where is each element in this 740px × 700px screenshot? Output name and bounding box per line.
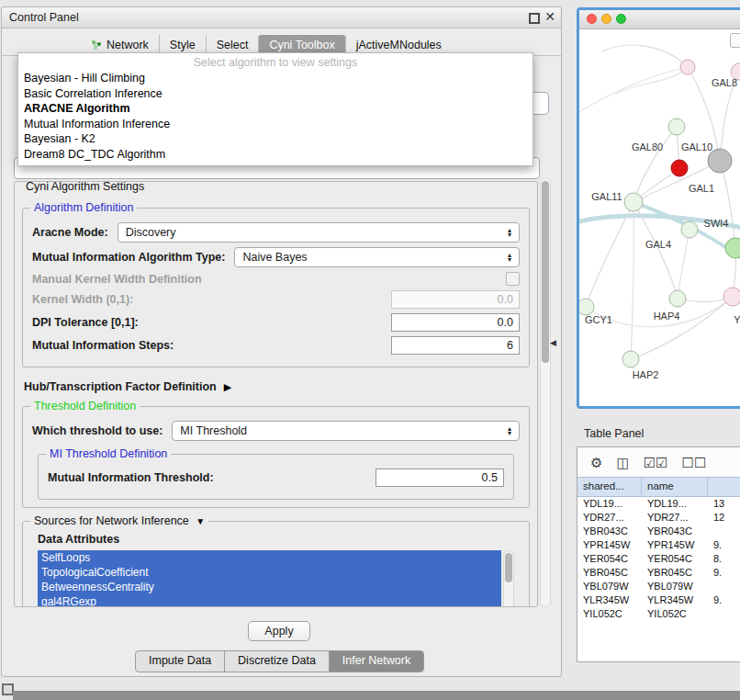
table-header-cell[interactable]: name: [642, 478, 708, 496]
select-all-checks-icon[interactable]: ☑☑: [644, 456, 668, 469]
attribute-item[interactable]: gal4RGexp: [38, 594, 501, 607]
dpi-tolerance-field[interactable]: 0.0: [391, 313, 520, 332]
attribute-item[interactable]: BetweennessCentrality: [38, 580, 501, 594]
table-cell: YER054C: [642, 552, 708, 566]
tab-label: Select: [217, 39, 249, 51]
table-cell: [708, 525, 740, 538]
network-node[interactable]: [723, 288, 740, 306]
table-cell: YPR145W: [577, 538, 642, 552]
bottom-tab-impute-data[interactable]: Impute Data: [136, 651, 224, 672]
bottom-tab-discretize-data[interactable]: Discretize Data: [224, 651, 329, 672]
scrollbar-thumb[interactable]: [542, 181, 549, 363]
hub-definition-label: Hub/Transcription Factor Definition: [24, 380, 217, 393]
mi-threshold-field[interactable]: 0.5: [376, 469, 504, 487]
node-label: HAP4: [654, 310, 680, 322]
zoom-traffic-light[interactable]: [616, 14, 626, 24]
network-toolbar-button[interactable]: [730, 33, 740, 48]
network-graph[interactable]: GAL8GAL80GAL10GAL11GAL1SWI4GAL4GCY1HAP4Y…: [579, 29, 740, 407]
aracne-mode-row: Aracne Mode: Discovery ▴▾: [32, 222, 520, 243]
algorithm-option[interactable]: Dream8 DC_TDC Algorithm: [18, 147, 533, 163]
table-cell: YIL052C: [577, 607, 642, 621]
table-cell: 8.: [708, 552, 740, 566]
attribute-item[interactable]: SelfLoops: [38, 550, 501, 565]
algorithm-option[interactable]: ARACNE Algorithm: [18, 101, 533, 117]
manual-kernel-row: Manual Kernel Width Definition: [32, 272, 520, 286]
table-cell: 12: [708, 511, 740, 525]
aracne-mode-label: Aracne Mode:: [32, 226, 108, 239]
sources-title-label: Sources for Network Inference: [34, 514, 189, 527]
network-edge[interactable]: [678, 230, 690, 299]
network-edge[interactable]: [602, 45, 688, 67]
network-edge[interactable]: [616, 67, 688, 94]
network-edge[interactable]: [633, 127, 677, 202]
aracne-mode-select[interactable]: Discovery ▴▾: [118, 222, 520, 243]
table-row[interactable]: YBR043CYBR043C: [577, 525, 740, 538]
network-canvas[interactable]: GAL8GAL80GAL10GAL11GAL1SWI4GAL4GCY1HAP4Y…: [579, 29, 740, 407]
table-row[interactable]: YPR145WYPR145W9.: [577, 538, 740, 552]
gear-icon[interactable]: ⚙: [590, 456, 602, 469]
panel-collapse-icon[interactable]: ◀: [550, 338, 556, 347]
network-view-window[interactable]: GAL8GAL80GAL10GAL11GAL1SWI4GAL4GCY1HAP4Y…: [577, 7, 740, 409]
kernel-width-field[interactable]: 0.0: [391, 290, 520, 309]
minimize-traffic-light[interactable]: [601, 14, 611, 24]
dpi-tolerance-row: DPI Tolerance [0,1]: 0.0: [32, 313, 520, 332]
sources-title[interactable]: Sources for Network Inference ▼: [30, 514, 208, 527]
mi-steps-label: Mutual Information Steps:: [32, 339, 174, 352]
attribute-item[interactable]: TopologicalCoefficient: [38, 565, 501, 580]
chevron-right-icon: ▶: [224, 381, 231, 393]
table-row[interactable]: YBL079WYBL079W: [577, 580, 740, 593]
mi-steps-field[interactable]: 6: [391, 336, 520, 355]
mi-type-select[interactable]: Naive Bayes ▴▾: [234, 247, 520, 267]
table-row[interactable]: YIL052CYIL052C: [577, 607, 740, 621]
node-label: GCY1: [585, 314, 612, 325]
bottom-tab-infer-network[interactable]: Infer Network: [329, 651, 423, 672]
network-edge[interactable]: [579, 67, 688, 112]
attributes-scrollbar[interactable]: [503, 550, 514, 607]
float-panel-icon[interactable]: [529, 13, 540, 24]
columns-icon[interactable]: ◫: [616, 456, 629, 469]
settings-scrollbar[interactable]: [540, 177, 551, 607]
network-edge[interactable]: [720, 161, 735, 248]
algorithm-option[interactable]: Bayesian - Hill Climbing: [18, 71, 533, 86]
table-row[interactable]: YBR045CYBR045C9.: [577, 566, 740, 580]
network-edge[interactable]: [631, 202, 633, 359]
table-row[interactable]: YDR27...YDR27...12: [577, 511, 740, 525]
mi-type-value: Naive Bayes: [242, 251, 503, 264]
algorithm-definition-group: Algorithm Definition Aracne Mode: Discov…: [22, 208, 530, 367]
node-label: GAL10: [681, 141, 712, 152]
table-cell: YIL052C: [642, 607, 708, 621]
table-header: shared...name: [577, 477, 740, 497]
table-cell: YBL079W: [577, 580, 642, 593]
algorithm-option[interactable]: Mutual Information Inference: [18, 117, 533, 132]
network-node[interactable]: [668, 119, 685, 135]
table-cell: YBR043C: [577, 525, 642, 538]
node-label: HAP2: [633, 369, 659, 380]
table-row[interactable]: YER054CYER054C8.: [577, 552, 740, 566]
table-row[interactable]: YLR345WYLR345W9.: [577, 593, 740, 607]
data-attributes-list[interactable]: SelfLoopsTopologicalCoefficientBetweenne…: [38, 550, 514, 607]
close-icon[interactable]: ✕: [544, 9, 555, 24]
algorithm-option[interactable]: Bayesian - K2: [18, 131, 533, 147]
table-header-cell[interactable]: shared...: [577, 478, 642, 496]
close-traffic-light[interactable]: [587, 14, 597, 24]
clear-checks-icon[interactable]: ☐☐: [682, 456, 707, 469]
network-node[interactable]: [671, 160, 688, 176]
table-header-cell[interactable]: [708, 478, 740, 496]
table-row[interactable]: YDL19...YDL19...13: [577, 497, 740, 511]
scrollbar-thumb[interactable]: [505, 553, 512, 582]
network-node[interactable]: [579, 299, 594, 315]
dpi-tolerance-label: DPI Tolerance [0,1]:: [32, 316, 139, 329]
threshold-definition-group: Threshold Definition Which threshold to …: [22, 406, 530, 508]
hub-definition-toggle[interactable]: Hub/Transcription Factor Definition ▶: [24, 380, 528, 393]
algorithm-option[interactable]: Basic Correlation Inference: [18, 86, 533, 102]
network-node[interactable]: [680, 60, 695, 74]
network-node[interactable]: [622, 351, 639, 367]
network-node[interactable]: [669, 290, 686, 307]
manual-kernel-checkbox[interactable]: [506, 272, 520, 286]
network-node[interactable]: [624, 193, 643, 211]
which-threshold-select[interactable]: MI Threshold ▴▾: [172, 421, 520, 441]
apply-button[interactable]: Apply: [248, 621, 310, 641]
which-threshold-row: Which threshold to use: MI Threshold ▴▾: [32, 421, 520, 441]
network-node[interactable]: [725, 238, 740, 258]
network-node[interactable]: [681, 221, 698, 238]
